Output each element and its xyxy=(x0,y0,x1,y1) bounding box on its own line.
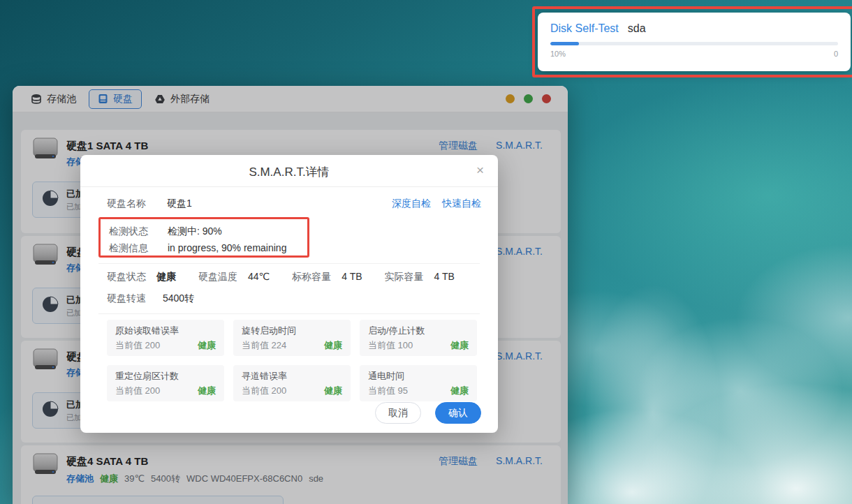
divider xyxy=(98,313,480,314)
stat-value: 健康 xyxy=(156,271,176,283)
smart-attr-value: 当前值 200 xyxy=(115,385,160,397)
deep-self-test-link[interactable]: 深度自检 xyxy=(392,198,431,210)
smart-attr-status: 健康 xyxy=(324,385,342,397)
toast-title: Disk Self-Test xyxy=(550,22,619,35)
modal-title: S.M.A.R.T.详情 xyxy=(80,164,498,180)
quick-self-test-link[interactable]: 快速自检 xyxy=(442,198,481,210)
disk-name-value: 硬盘1 xyxy=(167,198,192,210)
rpm-label: 硬盘转速 xyxy=(107,292,146,305)
smart-card: 寻道错误率 当前值 200健康 xyxy=(233,365,351,401)
stat-value: 4 TB xyxy=(341,271,362,282)
test-status-value: 检测中: 90% xyxy=(168,223,222,239)
rpm-value: 5400转 xyxy=(163,292,194,305)
stat-label: 标称容量 xyxy=(292,271,331,283)
smart-card: 通电时间 当前值 95健康 xyxy=(360,365,477,401)
test-status-label: 检测状态 xyxy=(109,223,168,239)
red-annotation-box-status: 检测状态 检测中: 90% 检测信息 in progress, 90% rema… xyxy=(98,217,309,258)
modal-footer: 取消 确认 xyxy=(375,402,481,424)
smart-attr-value: 当前值 95 xyxy=(368,385,408,397)
smart-attr-name: 重定位扇区计数 xyxy=(115,370,216,383)
smart-attr-value: 当前值 100 xyxy=(368,339,413,352)
smart-attr-name: 旋转启动时间 xyxy=(242,325,342,337)
stat-label: 实际容量 xyxy=(385,271,424,283)
smart-attr-name: 通电时间 xyxy=(368,370,469,383)
desktop-wallpaper: 存储池 硬盘 外部存储 xyxy=(0,0,852,504)
disk-stats-row: 硬盘状态健康 硬盘温度44℃ 标称容量4 TB 实际容量4 TB xyxy=(107,271,455,283)
progress-fill xyxy=(550,42,579,45)
test-info-label: 检测信息 xyxy=(109,239,168,256)
cancel-button[interactable]: 取消 xyxy=(375,402,421,424)
progress-bar xyxy=(550,42,838,45)
stat-value: 44℃ xyxy=(248,271,270,282)
smart-attr-status: 健康 xyxy=(324,339,342,352)
disk-rpm-row: 硬盘转速 5400转 xyxy=(107,292,194,305)
smart-attr-name: 原始读取错误率 xyxy=(115,325,216,337)
smart-attr-status: 健康 xyxy=(198,339,216,352)
stat-value: 4 TB xyxy=(434,271,455,282)
test-info-value: in progress, 90% remaining xyxy=(168,239,286,256)
smart-attr-value: 当前值 224 xyxy=(242,339,286,352)
disk-name-label: 硬盘名称 xyxy=(107,198,146,210)
smart-card: 启动/停止计数 当前值 100健康 xyxy=(360,320,477,356)
smart-attr-name: 启动/停止计数 xyxy=(368,325,469,337)
disk-name-row: 硬盘名称 硬盘1 深度自检 快速自检 xyxy=(107,198,481,210)
progress-percent-label: 10% xyxy=(550,50,566,58)
stat-label: 硬盘温度 xyxy=(198,271,237,283)
close-icon[interactable]: × xyxy=(476,163,484,178)
toast-device: sda xyxy=(628,22,646,35)
smart-detail-modal: S.M.A.R.T.详情 × 硬盘名称 硬盘1 深度自检 快速自检 检测状态 检… xyxy=(80,155,498,433)
smart-attr-value: 当前值 200 xyxy=(242,385,286,397)
modal-header: S.M.A.R.T.详情 × xyxy=(80,155,498,187)
divider xyxy=(98,263,480,264)
smart-attribute-cards: 原始读取错误率 当前值 200健康 旋转启动时间 当前值 224健康 启动/停止… xyxy=(107,320,477,401)
smart-attr-status: 健康 xyxy=(198,385,216,397)
smart-card: 重定位扇区计数 当前值 200健康 xyxy=(107,365,224,401)
disk-self-test-toast[interactable]: Disk Self-Test sda 10% 0 xyxy=(538,13,851,71)
stat-label: 硬盘状态 xyxy=(107,271,146,283)
confirm-button[interactable]: 确认 xyxy=(435,402,481,424)
smart-attr-name: 寻道错误率 xyxy=(242,370,342,383)
smart-attr-status: 健康 xyxy=(450,339,469,352)
smart-card: 旋转启动时间 当前值 224健康 xyxy=(233,320,351,356)
smart-attr-value: 当前值 200 xyxy=(115,339,160,352)
toast-count: 0 xyxy=(834,50,838,58)
smart-attr-status: 健康 xyxy=(450,385,469,397)
smart-card: 原始读取错误率 当前值 200健康 xyxy=(107,320,224,356)
